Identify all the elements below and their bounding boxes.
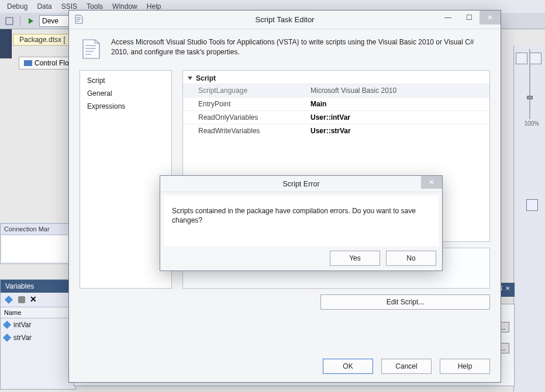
rail-button[interactable] <box>516 53 527 64</box>
prop-key: ReadOnlyVariables <box>183 111 306 124</box>
dialog-title: Script Error <box>282 180 319 188</box>
propgrid-section-header[interactable]: Script <box>183 71 489 84</box>
prop-key: ReadWriteVariables <box>183 124 306 137</box>
prop-value[interactable]: User::intVar <box>306 111 489 124</box>
script-error-dialog: Script Error ✕ Scripts contained in the … <box>160 175 443 271</box>
edit-script-button[interactable]: Edit Script... <box>320 294 490 310</box>
propgrid-section-label: Script <box>196 74 216 82</box>
dialog-button-row: Yes No <box>160 246 442 266</box>
variables-column-header: Name <box>1 307 75 318</box>
variable-row[interactable]: intVar <box>1 318 75 331</box>
add-variable-icon[interactable] <box>4 295 13 304</box>
prop-key: ScriptLanguage <box>183 84 306 97</box>
document-tab-strip: Package.dtsx [ <box>13 33 72 46</box>
zoom-label: 100% <box>524 120 539 127</box>
maximize-button[interactable]: ☐ <box>458 11 480 25</box>
close-button[interactable]: ✕ <box>480 11 501 25</box>
toolbar-button[interactable] <box>4 15 15 27</box>
fit-to-screen-button[interactable] <box>526 199 538 211</box>
connection-list[interactable] <box>2 236 74 262</box>
dialog-message: Scripts contained in the package have co… <box>172 206 430 225</box>
svg-rect-0 <box>6 18 13 25</box>
prop-value[interactable]: Microsoft Visual Basic 2010 <box>306 84 489 97</box>
left-toolwindow-tab[interactable] <box>0 29 12 58</box>
editor-nav-item-script[interactable]: Script <box>86 74 165 87</box>
menu-item[interactable]: Debug <box>2 1 32 12</box>
right-rail: 100% <box>513 46 545 392</box>
designer-tab-control-flow[interactable]: Control Flo <box>19 57 74 70</box>
move-variable-icon[interactable] <box>17 295 26 304</box>
rail-button[interactable] <box>530 53 541 64</box>
dialog-body: Scripts contained in the package have co… <box>164 196 439 246</box>
variable-name: intVar <box>13 321 31 329</box>
window-titlebar[interactable]: Script Task Editor — ☐ ✕ <box>69 11 501 29</box>
designer-tab-label: Control Flo <box>35 59 69 67</box>
script-task-icon <box>74 14 84 25</box>
zoom-slider[interactable] <box>529 49 530 119</box>
help-button[interactable]: Help <box>440 359 490 374</box>
panel-title: Variables <box>5 282 34 290</box>
variable-icon <box>3 334 11 342</box>
variables-toolbar: ✕ <box>1 293 75 307</box>
variable-name: strVar <box>13 334 32 342</box>
close-button[interactable]: ✕ <box>421 176 442 189</box>
panel-header: Connection Mar <box>1 224 75 235</box>
window-title: Script Task Editor <box>256 15 315 24</box>
script-icon <box>80 37 103 61</box>
prop-value[interactable]: Main <box>306 98 489 110</box>
editor-nav: Script General Expressions <box>80 70 172 289</box>
menu-item[interactable]: Data <box>32 1 56 12</box>
zoom-slider-thumb[interactable] <box>527 96 533 99</box>
editor-hero: Access Microsoft Visual Studio Tools for… <box>69 29 501 67</box>
yes-button[interactable]: Yes <box>330 251 380 266</box>
dialog-titlebar[interactable]: Script Error ✕ <box>160 176 442 192</box>
propgrid-row-scriptlanguage[interactable]: ScriptLanguage Microsoft Visual Basic 20… <box>183 84 489 97</box>
cancel-button[interactable]: Cancel <box>381 359 432 374</box>
delete-variable-icon[interactable]: ✕ <box>30 295 39 304</box>
control-flow-icon <box>24 60 32 66</box>
variable-icon <box>3 321 11 329</box>
editor-nav-item-general[interactable]: General <box>86 87 165 100</box>
variables-panel: Variables ✕ Name intVar strVar <box>0 279 76 390</box>
connection-managers-panel: Connection Mar <box>0 223 76 264</box>
variable-row[interactable]: strVar <box>1 331 75 344</box>
document-tab[interactable]: Package.dtsx [ <box>13 34 72 46</box>
propgrid-row-readwritevars[interactable]: ReadWriteVariables User::strVar <box>183 124 489 137</box>
no-button[interactable]: No <box>386 251 436 266</box>
collapse-icon <box>188 77 192 80</box>
designer-tab-strip: Control Flo <box>19 56 74 70</box>
ok-button[interactable]: OK <box>323 359 373 374</box>
minimize-button[interactable]: — <box>437 11 458 25</box>
editor-nav-item-expressions[interactable]: Expressions <box>86 100 165 113</box>
prop-value[interactable]: User::strVar <box>306 124 489 137</box>
start-debug-button[interactable] <box>25 15 37 27</box>
prop-key: EntryPoint <box>183 98 306 110</box>
propgrid-row-readonlyvars[interactable]: ReadOnlyVariables User::intVar <box>183 110 489 124</box>
editor-hero-text: Access Microsoft Visual Studio Tools for… <box>111 37 490 61</box>
editor-footer: OK Cancel Help <box>323 359 490 374</box>
panel-header: Variables <box>1 280 75 293</box>
propgrid-row-entrypoint[interactable]: EntryPoint Main <box>183 97 489 110</box>
